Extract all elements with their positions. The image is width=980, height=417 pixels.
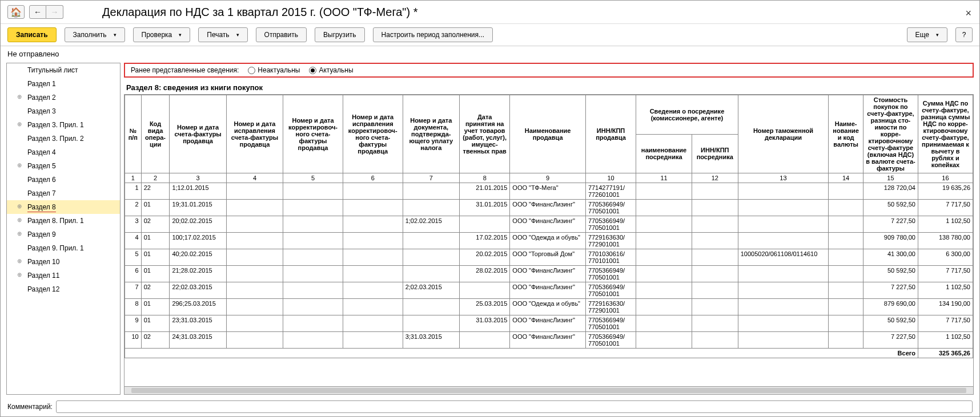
th-num: № п/п — [125, 95, 142, 173]
table-row[interactable]: 50140;20.02.201520.02.2015ООО "Торговый … — [125, 249, 973, 266]
th-kod: Код вида опера-ции — [141, 95, 170, 173]
period-button[interactable]: Настроить период заполнения... — [373, 27, 493, 42]
sidebar-item[interactable]: Раздел 3. Прил. 2 — [7, 132, 120, 145]
sidebar-item-label: Раздел 8 — [27, 203, 56, 212]
th-decl: Номер таможенной декларации — [738, 95, 829, 173]
sidebar-item[interactable]: Раздел 4 — [7, 145, 120, 159]
sidebar-item[interactable]: Раздел 8 — [7, 200, 120, 214]
content-area: Ранее представленные сведения: Неактуаль… — [124, 63, 974, 395]
sidebar-item[interactable]: Раздел 3 — [7, 104, 120, 118]
more-button[interactable]: Еще — [907, 27, 947, 42]
relevance-radio-group: Ранее представленные сведения: Неактуаль… — [124, 63, 974, 78]
sidebar-item[interactable]: Раздел 7 — [7, 187, 120, 200]
th-doc: Номер и дата документа, подтвержда-ющего… — [403, 95, 459, 173]
th-cur: Наиме-нование и код валюты — [829, 95, 863, 173]
th-ikor: Номер и дата исправления корректировоч-н… — [343, 95, 403, 173]
app-window: 🏠 ← → Декларация по НДС за 1 квартал 201… — [0, 0, 980, 417]
record-button[interactable]: Записать — [7, 27, 57, 42]
fill-button[interactable]: Заполнить — [65, 27, 125, 42]
radio-icon — [309, 67, 316, 74]
comment-input[interactable] — [56, 400, 973, 413]
horizontal-scrollbar[interactable] — [124, 387, 974, 395]
forward-button[interactable]: → — [46, 5, 63, 19]
total-row: Всего 325 365,26 — [125, 349, 973, 358]
send-button[interactable]: Отправить — [256, 27, 307, 42]
th-agent-inn: ИНН/КПП посредника — [692, 134, 738, 173]
th-isf: Номер и дата исправления счета-фактуры п… — [226, 95, 283, 173]
close-icon[interactable]: × — [965, 7, 971, 19]
window-title: Декларация по НДС за 1 квартал 2015 г. (… — [102, 6, 417, 19]
sidebar-item-label: Раздел 6 — [27, 176, 56, 184]
section-sidebar: Титульный листРаздел 1Раздел 2Раздел 3Ра… — [6, 63, 121, 395]
sidebar-item-label: Раздел 11 — [27, 272, 59, 280]
sidebar-item-label: Раздел 3 — [27, 107, 56, 115]
table-row[interactable]: 1221;12.01.201521.01.2015ООО "ТФ-Мега"77… — [125, 183, 973, 200]
home-button[interactable]: 🏠 — [7, 5, 25, 19]
sidebar-item-label: Раздел 5 — [27, 162, 56, 170]
sidebar-item-label: Раздел 3. Прил. 1 — [27, 121, 84, 129]
sidebar-item-label: Раздел 7 — [27, 189, 56, 197]
th-agent: Сведения о посреднике (комиссионере, аге… — [636, 95, 738, 135]
table-row[interactable]: 90123;31.03.201531.03.2015ООО "ФинансЛиз… — [125, 315, 973, 332]
upload-button[interactable]: Выгрузить — [315, 27, 365, 42]
section-title: Раздел 8: сведения из книги покупок — [124, 81, 974, 94]
table-row[interactable]: 801296;25.03.201525.03.2015ООО "Одежда и… — [125, 299, 973, 315]
total-value: 325 365,26 — [918, 349, 973, 358]
table-row[interactable]: 70222;02.03.20152;02.03.2015ООО "ФинансЛ… — [125, 282, 973, 299]
sidebar-item-label: Раздел 9. Прил. 1 — [27, 244, 84, 252]
table-row[interactable]: 30220;02.02.20151;02.02.2015ООО "ФинансЛ… — [125, 216, 973, 233]
sidebar-item[interactable]: Раздел 8. Прил. 1 — [7, 214, 120, 228]
sidebar-item-label: Титульный лист — [27, 66, 78, 74]
radio-relevant[interactable]: Актуальны — [309, 66, 353, 74]
purchases-table: № п/п Код вида опера-ции Номер и дата сч… — [124, 95, 973, 358]
sidebar-item[interactable]: Раздел 2 — [7, 91, 120, 104]
sidebar-item-label: Раздел 10 — [27, 258, 59, 266]
total-label: Всего — [125, 349, 918, 358]
sidebar-item[interactable]: Раздел 10 — [7, 255, 120, 269]
th-sf: Номер и дата счета-фактуры продавца — [170, 95, 226, 173]
back-button[interactable]: ← — [29, 5, 46, 19]
th-date: Дата принятия на учет товаров (работ, ус… — [460, 95, 510, 173]
table-row[interactable]: 100224;31.03.20153;31.03.2015ООО "Финанс… — [125, 332, 973, 349]
sidebar-item-label: Раздел 3. Прил. 2 — [27, 135, 84, 143]
sidebar-item[interactable]: Титульный лист — [7, 63, 120, 77]
th-agent-name: наименование посредника — [636, 134, 692, 173]
check-button[interactable]: Проверка — [133, 27, 191, 42]
toolbar: Записать Заполнить Проверка Печать Отпра… — [1, 24, 979, 46]
purchases-table-wrap[interactable]: № п/п Код вида опера-ции Номер и дата сч… — [124, 94, 974, 387]
th-seller: Наименование продавца — [510, 95, 586, 173]
radio-icon — [248, 67, 255, 74]
sidebar-item[interactable]: Раздел 5 — [7, 159, 120, 173]
status-text: Не отправлено — [1, 46, 979, 62]
comment-label: Комментарий: — [7, 403, 53, 411]
sidebar-item[interactable]: Раздел 3. Прил. 1 — [7, 118, 120, 132]
sidebar-item[interactable]: Раздел 9 — [7, 228, 120, 241]
radio-not-relevant[interactable]: Неактуальны — [248, 66, 300, 74]
sidebar-item[interactable]: Раздел 1 — [7, 77, 120, 91]
help-button[interactable]: ? — [955, 27, 973, 42]
table-row[interactable]: 20119;31.01.201531.01.2015ООО "ФинансЛиз… — [125, 200, 973, 216]
comment-row: Комментарий: — [1, 397, 979, 416]
titlebar: 🏠 ← → Декларация по НДС за 1 квартал 201… — [1, 1, 979, 24]
sidebar-item-label: Раздел 2 — [27, 94, 56, 102]
relevance-label: Ранее представленные сведения: — [131, 66, 239, 74]
sidebar-item-label: Раздел 8. Прил. 1 — [27, 217, 84, 225]
th-nds: Сумма НДС по счету-фактуре, разница сумм… — [918, 95, 973, 173]
sidebar-item-label: Раздел 12 — [27, 285, 59, 293]
nav-group: ← → — [29, 5, 63, 19]
sidebar-item-label: Раздел 9 — [27, 230, 56, 238]
sidebar-item[interactable]: Раздел 11 — [7, 269, 120, 282]
main-area: Титульный листРаздел 1Раздел 2Раздел 3Ра… — [1, 62, 979, 397]
sidebar-item[interactable]: Раздел 12 — [7, 282, 120, 296]
th-kor: Номер и дата корректировоч-ного счета-фа… — [283, 95, 343, 173]
table-row[interactable]: 60121;28.02.201528.02.2015ООО "ФинансЛиз… — [125, 266, 973, 282]
print-button[interactable]: Печать — [198, 27, 247, 42]
sidebar-item-label: Раздел 4 — [27, 148, 56, 156]
th-inn: ИНН/КПП продавца — [585, 95, 636, 173]
sidebar-item[interactable]: Раздел 9. Прил. 1 — [7, 241, 120, 255]
sidebar-item[interactable]: Раздел 6 — [7, 173, 120, 187]
sidebar-item-label: Раздел 1 — [27, 80, 56, 88]
table-row[interactable]: 401100;17.02.201517.02.2015ООО "Одежда и… — [125, 233, 973, 249]
th-cost: Стоимость покупок по счету-фактуре, разн… — [863, 95, 918, 173]
